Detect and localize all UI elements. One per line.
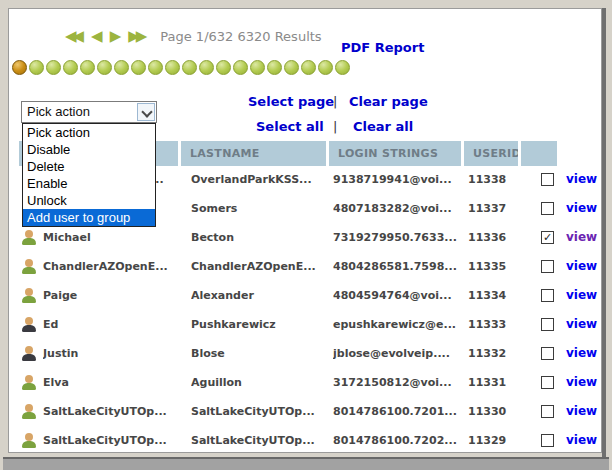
table-row: MichaelBecton7319279950.7633...11336view bbox=[9, 223, 601, 252]
userid-cell: 11338 bbox=[468, 165, 518, 194]
lastname-cell: ChandlerAZOpenE... bbox=[191, 252, 329, 281]
bead[interactable] bbox=[267, 60, 282, 75]
login-string-cell: 4804594764@voi... bbox=[333, 281, 464, 310]
content-panel: ◀◀ ◀ ▶ ▶▶ Page 1/632 6320 Results PDF Re… bbox=[8, 8, 602, 453]
login-string-cell: 9138719941@voi... bbox=[333, 165, 464, 194]
bead[interactable] bbox=[46, 60, 61, 75]
chevron-down-icon[interactable] bbox=[137, 103, 155, 121]
column-header-checkbox bbox=[521, 141, 557, 166]
clear-page-link[interactable]: Clear page bbox=[349, 94, 428, 109]
select-page-link[interactable]: Select page bbox=[248, 94, 334, 109]
bead[interactable] bbox=[97, 60, 112, 75]
dropdown-option[interactable]: Add user to group bbox=[23, 209, 155, 226]
bead[interactable] bbox=[148, 60, 163, 75]
bead[interactable] bbox=[182, 60, 197, 75]
progress-beads bbox=[12, 60, 350, 75]
userid-cell: 11333 bbox=[468, 310, 518, 339]
person-icon bbox=[21, 345, 37, 361]
dropdown-option[interactable]: Enable bbox=[23, 175, 155, 192]
row-checkbox[interactable] bbox=[541, 289, 554, 302]
table-row: SaltLakeCityUTOp...SaltLakeCityUTOp...80… bbox=[9, 426, 601, 455]
lastname-cell: SaltLakeCityUTOp... bbox=[191, 397, 329, 426]
view-link[interactable]: view bbox=[566, 252, 597, 281]
pdf-report-link[interactable]: PDF Report bbox=[341, 40, 424, 55]
person-icon bbox=[21, 258, 37, 274]
bead[interactable] bbox=[165, 60, 180, 75]
user-management-screen: ◀◀ ◀ ▶ ▶▶ Page 1/632 6320 Results PDF Re… bbox=[0, 0, 612, 470]
column-header-userid: USERID bbox=[464, 141, 518, 166]
row-checkbox[interactable] bbox=[541, 347, 554, 360]
table-row: EdPushkarewiczepushkarewicz@e...11333vie… bbox=[9, 310, 601, 339]
bead[interactable] bbox=[284, 60, 299, 75]
row-checkbox[interactable] bbox=[541, 173, 554, 186]
view-link[interactable]: view bbox=[566, 426, 597, 455]
row-checkbox[interactable] bbox=[541, 376, 554, 389]
lastname-cell: Aguillon bbox=[191, 368, 329, 397]
bead[interactable] bbox=[114, 60, 129, 75]
table-row: JustinBlosejblose@evolveip....11332view bbox=[9, 339, 601, 368]
person-icon bbox=[21, 229, 37, 245]
bead[interactable] bbox=[250, 60, 265, 75]
bead[interactable] bbox=[318, 60, 333, 75]
bead[interactable] bbox=[199, 60, 214, 75]
window-right-edge bbox=[602, 8, 606, 470]
column-header-lastname: LASTNAME bbox=[181, 141, 326, 166]
dropdown-option[interactable]: Unlock bbox=[23, 192, 155, 209]
userid-cell: 11330 bbox=[468, 397, 518, 426]
userid-cell: 11332 bbox=[468, 339, 518, 368]
prev-page-button[interactable]: ◀ bbox=[91, 27, 103, 45]
bead[interactable] bbox=[29, 60, 44, 75]
action-dropdown[interactable]: Pick action bbox=[21, 101, 157, 123]
firstname-cell: Ed bbox=[43, 310, 185, 339]
lastname-cell: Pushkarewicz bbox=[191, 310, 329, 339]
view-link[interactable]: view bbox=[566, 339, 597, 368]
view-link[interactable]: view bbox=[566, 397, 597, 426]
select-all-link[interactable]: Select all bbox=[256, 119, 324, 134]
separator: | bbox=[333, 119, 337, 134]
table-row: SaltLakeCityUTOp...SaltLakeCityUTOp...80… bbox=[9, 397, 601, 426]
dropdown-option[interactable]: Delete bbox=[23, 158, 155, 175]
bead[interactable] bbox=[131, 60, 146, 75]
userid-cell: 11334 bbox=[468, 281, 518, 310]
userid-cell: 11335 bbox=[468, 252, 518, 281]
dropdown-option[interactable]: Pick action bbox=[23, 124, 155, 141]
person-icon bbox=[21, 432, 37, 448]
row-checkbox[interactable] bbox=[541, 405, 554, 418]
table-row: ElvaAguillon3172150812@voi...11331view bbox=[9, 368, 601, 397]
bead-active[interactable] bbox=[12, 60, 27, 75]
bead[interactable] bbox=[216, 60, 231, 75]
firstname-cell: Paige bbox=[43, 281, 185, 310]
row-checkbox[interactable] bbox=[541, 318, 554, 331]
first-page-button[interactable]: ◀◀ bbox=[65, 27, 84, 45]
view-link[interactable]: view bbox=[566, 281, 597, 310]
view-link[interactable]: view bbox=[566, 368, 597, 397]
bead[interactable] bbox=[80, 60, 95, 75]
dropdown-option[interactable]: Disable bbox=[23, 141, 155, 158]
view-link[interactable]: view bbox=[566, 194, 597, 223]
row-checkbox[interactable] bbox=[541, 202, 554, 215]
column-header-login-strings: LOGIN STRINGS bbox=[329, 141, 461, 166]
row-checkbox[interactable] bbox=[541, 260, 554, 273]
view-link[interactable]: view bbox=[566, 310, 597, 339]
view-link[interactable]: view bbox=[566, 223, 597, 252]
row-checkbox[interactable] bbox=[541, 434, 554, 447]
lastname-cell: Becton bbox=[191, 223, 329, 252]
firstname-cell: Elva bbox=[43, 368, 185, 397]
action-dropdown-value: Pick action bbox=[27, 104, 90, 119]
last-page-button[interactable]: ▶▶ bbox=[128, 27, 147, 45]
bead[interactable] bbox=[233, 60, 248, 75]
view-link[interactable]: view bbox=[566, 165, 597, 194]
bead[interactable] bbox=[335, 60, 350, 75]
login-string-cell: 4807183282@voi... bbox=[333, 194, 464, 223]
firstname-cell: SaltLakeCityUTOp... bbox=[43, 426, 185, 455]
clear-all-link[interactable]: Clear all bbox=[353, 119, 413, 134]
row-checkbox[interactable] bbox=[541, 231, 554, 244]
pager: ◀◀ ◀ ▶ ▶▶ Page 1/632 6320 Results bbox=[65, 27, 322, 45]
person-icon bbox=[21, 316, 37, 332]
login-string-cell: epushkarewicz@e... bbox=[333, 310, 464, 339]
bead[interactable] bbox=[301, 60, 316, 75]
next-page-button[interactable]: ▶ bbox=[110, 27, 122, 45]
bead[interactable] bbox=[63, 60, 78, 75]
lastname-cell: OverlandParkKSS... bbox=[191, 165, 329, 194]
userid-cell: 11337 bbox=[468, 194, 518, 223]
